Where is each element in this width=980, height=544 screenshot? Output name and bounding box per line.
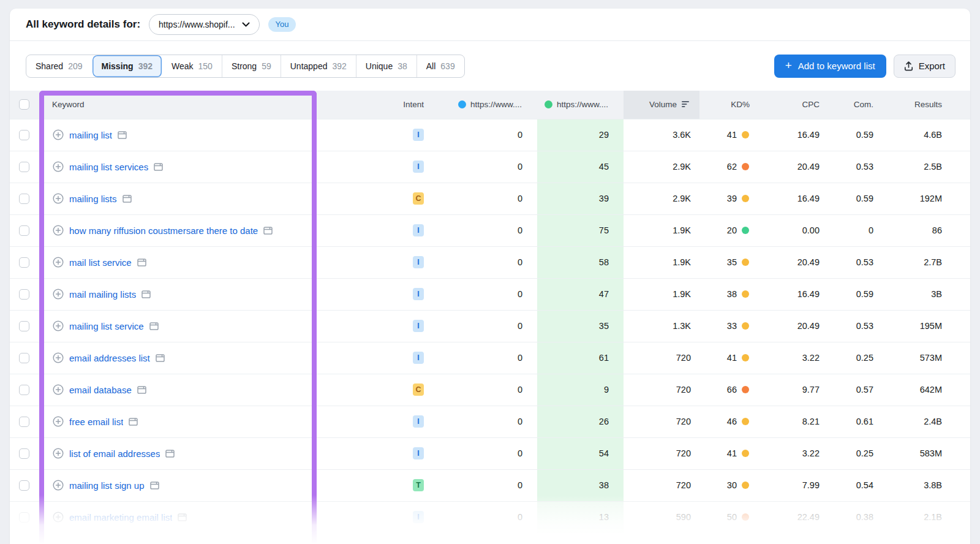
tab-count: 59 (262, 61, 271, 71)
intent-cell: I (307, 406, 439, 437)
add-keyword-icon[interactable] (53, 352, 64, 363)
chevron-down-icon (242, 22, 250, 27)
kd-difficulty-dot (742, 450, 749, 457)
tab-weak[interactable]: Weak150 (162, 55, 222, 77)
row-checkbox[interactable] (19, 448, 29, 459)
row-checkbox-cell (10, 214, 38, 246)
serp-icon[interactable] (165, 450, 175, 458)
serp-icon[interactable] (129, 418, 138, 426)
competitor-position-cell: 0 (439, 310, 537, 342)
row-checkbox[interactable] (19, 480, 29, 491)
your-site-dot (545, 100, 552, 108)
keyword-link[interactable]: mail mailing lists (69, 289, 136, 300)
row-checkbox[interactable] (19, 162, 29, 172)
domain-selector-value: https://www.shopif... (159, 20, 235, 29)
kd-value: 30 (727, 480, 737, 490)
keyword-link[interactable]: mailing list sign up (69, 480, 145, 491)
domain-selector[interactable]: https://www.shopif... (149, 14, 260, 35)
column-header-volume[interactable]: Volume (624, 91, 699, 119)
row-checkbox[interactable] (19, 194, 29, 204)
cpc-cell: 0.00 (758, 214, 828, 246)
row-checkbox[interactable] (19, 257, 29, 268)
serp-icon[interactable] (150, 482, 159, 489)
row-checkbox[interactable] (19, 512, 29, 523)
keyword-link[interactable]: email addresses list (69, 353, 150, 363)
row-checkbox[interactable] (19, 417, 29, 427)
competitor-position-cell: 0 (439, 151, 537, 183)
keyword-link[interactable]: email database (69, 385, 132, 395)
tab-unique[interactable]: Unique38 (356, 55, 417, 77)
tab-count: 639 (440, 61, 454, 71)
kd-cell: 66 (699, 374, 758, 406)
row-checkbox[interactable] (19, 289, 29, 300)
serp-icon[interactable] (263, 227, 273, 235)
com-cell: 0.59 (828, 183, 882, 214)
volume-cell: 1.3K (624, 310, 699, 342)
serp-icon[interactable] (141, 290, 151, 298)
serp-icon[interactable] (156, 354, 165, 362)
add-keyword-icon[interactable] (53, 225, 64, 236)
row-checkbox[interactable] (19, 385, 29, 395)
serp-icon[interactable] (123, 195, 132, 203)
keyword-cell: mail list service (38, 246, 307, 278)
add-to-keyword-list-button[interactable]: + Add to keyword list (774, 55, 886, 78)
table-row: how many riffusion coustmersare there to… (10, 214, 970, 246)
row-checkbox-cell (10, 469, 38, 501)
intent-badge: I (413, 352, 424, 364)
serp-icon[interactable] (149, 322, 159, 330)
table-row: mail list serviceI0581.9K3520.490.532.7B (10, 246, 970, 278)
serp-icon[interactable] (137, 259, 146, 266)
volume-cell: 720 (624, 437, 699, 469)
row-checkbox[interactable] (19, 353, 29, 363)
keyword-link[interactable]: mailing list services (69, 162, 148, 172)
keyword-cell: mailing list sign up (38, 469, 307, 501)
keyword-link[interactable]: how many riffusion coustmersare there to… (69, 225, 258, 236)
kd-cell: 33 (699, 310, 758, 342)
add-keyword-icon[interactable] (53, 257, 64, 268)
intent-cell: I (307, 119, 439, 151)
add-keyword-icon[interactable] (53, 320, 64, 331)
tab-strong[interactable]: Strong59 (222, 55, 281, 77)
tab-shared[interactable]: Shared209 (26, 55, 92, 77)
tab-label: Strong (232, 61, 257, 71)
add-keyword-icon[interactable] (53, 193, 64, 204)
intent-cell: C (307, 374, 439, 406)
keyword-link[interactable]: mail list service (69, 257, 132, 268)
add-keyword-icon[interactable] (53, 448, 64, 459)
serp-icon[interactable] (154, 163, 163, 171)
add-keyword-icon[interactable] (53, 161, 64, 172)
keyword-link[interactable]: email marketing email list (69, 512, 172, 523)
select-all-checkbox[interactable] (19, 99, 29, 110)
kd-cell: 41 (699, 119, 758, 151)
add-keyword-icon[interactable] (53, 384, 64, 395)
volume-cell: 2.9K (624, 151, 699, 183)
row-checkbox-cell (10, 183, 38, 214)
serp-icon[interactable] (178, 513, 187, 521)
serp-icon[interactable] (118, 131, 127, 139)
competitor-position-cell: 0 (439, 119, 537, 151)
add-keyword-icon[interactable] (53, 289, 64, 300)
com-cell: 0.61 (828, 406, 882, 437)
tab-untapped[interactable]: Untapped392 (281, 55, 356, 77)
tab-all[interactable]: All639 (417, 55, 464, 77)
row-checkbox[interactable] (19, 130, 29, 140)
table-row: mail mailing listsI0471.9K3816.490.593B (10, 278, 970, 310)
add-keyword-icon[interactable] (53, 129, 64, 140)
keyword-link[interactable]: mailing list (69, 130, 112, 140)
export-button[interactable]: Export (894, 55, 956, 78)
add-keyword-icon[interactable] (53, 416, 64, 427)
serp-icon[interactable] (137, 386, 146, 394)
keyword-link[interactable]: free email list (69, 417, 123, 427)
export-icon (904, 61, 913, 71)
add-keyword-icon[interactable] (53, 512, 64, 523)
add-keyword-icon[interactable] (53, 480, 64, 491)
com-cell: 0 (828, 214, 882, 246)
keyword-link[interactable]: list of email addresses (69, 448, 160, 459)
row-checkbox[interactable] (19, 321, 29, 331)
competitor-position-cell: 0 (439, 278, 537, 310)
keyword-link[interactable]: mailing lists (69, 194, 117, 204)
row-checkbox[interactable] (19, 225, 29, 236)
keyword-link[interactable]: mailing list service (69, 321, 144, 331)
results-cell: 86 (882, 214, 970, 246)
tab-missing[interactable]: Missing392 (92, 55, 162, 77)
